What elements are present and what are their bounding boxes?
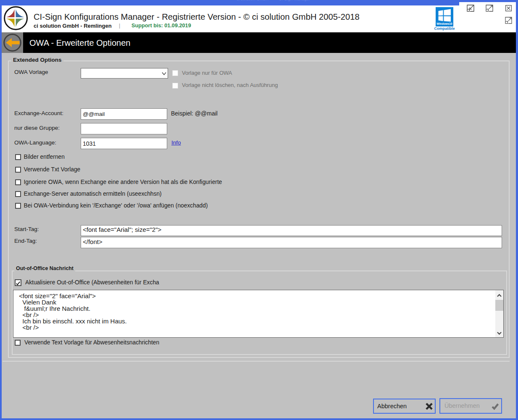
svg-text:Windows10: Windows10 — [436, 22, 452, 25]
